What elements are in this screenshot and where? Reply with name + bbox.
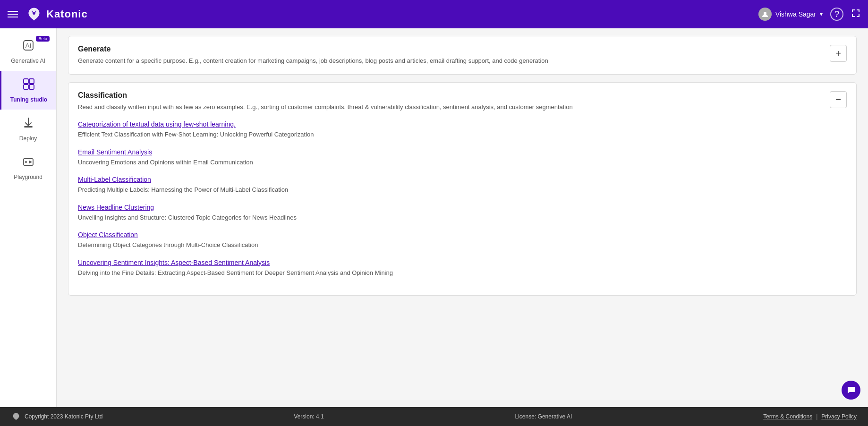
sidebar-item-tuning-studio[interactable]: Tuning studio [0, 71, 56, 110]
sidebar: Beta AI Generative AI Tuning studio [0, 28, 57, 407]
multi-label-desc: Predicting Multiple Labels: Harnessing t… [78, 185, 847, 195]
footer: Copyright 2023 Katonic Pty Ltd Version: … [0, 407, 868, 426]
sidebar-label-tuning-studio: Tuning studio [10, 96, 47, 103]
categorization-desc: Efficient Text Classification with Few-S… [78, 130, 847, 139]
classification-card-title: Classification [78, 91, 573, 100]
news-headline-link[interactable]: News Headline Clustering [78, 204, 154, 211]
sidebar-label-generative-ai: Generative AI [11, 58, 45, 64]
multi-label-link[interactable]: Multi-Label Classification [78, 176, 151, 183]
logo: Katonic [26, 6, 88, 23]
license-text: License: Generative AI [515, 413, 572, 420]
email-sentiment-desc: Uncovering Emotions and Opinions within … [78, 158, 847, 167]
aspect-sentiment-desc: Delving into the Fine Details: Extractin… [78, 268, 847, 278]
sidebar-item-deploy[interactable]: Deploy [0, 110, 56, 148]
main-content: Generate Generate content for a specific… [57, 28, 868, 407]
nav-right: Vishwa Sagar ▾ ? [758, 8, 860, 21]
svg-rect-3 [852, 9, 853, 12]
svg-rect-13 [29, 79, 34, 84]
list-item: News Headline Clustering Unveiling Insig… [78, 203, 847, 222]
deploy-icon [22, 116, 35, 132]
generate-card-header: Generate Generate content for a specific… [68, 36, 856, 74]
generate-card-text: Generate Generate content for a specific… [78, 45, 548, 66]
classification-toggle-button[interactable]: − [830, 91, 847, 108]
svg-rect-15 [29, 85, 34, 89]
user-avatar [758, 8, 772, 21]
generative-ai-icon: AI [22, 39, 35, 55]
footer-logo-icon [11, 412, 21, 421]
svg-text:AI: AI [25, 42, 31, 49]
classification-card-body: Categorization of textual data using few… [68, 120, 856, 295]
copyright-text: Copyright 2023 Katonic Pty Ltd [25, 413, 102, 420]
terms-link[interactable]: Terms & Conditions [763, 413, 812, 420]
sidebar-item-generative-ai[interactable]: Beta AI Generative AI [0, 32, 56, 71]
footer-version: Version: 4.1 [294, 413, 323, 420]
classification-card-header: Classification Read and classify written… [68, 83, 856, 120]
categorization-link[interactable]: Categorization of textual data using few… [78, 120, 236, 128]
chevron-down-icon: ▾ [820, 11, 823, 17]
sidebar-item-playground[interactable]: Playground [0, 148, 56, 187]
list-item: Object Classification Determining Object… [78, 230, 847, 250]
list-item: Multi-Label Classification Predicting Mu… [78, 175, 847, 195]
sidebar-label-playground: Playground [14, 174, 43, 180]
classification-card-desc: Read and classify written input with as … [78, 102, 573, 112]
tuning-studio-icon [22, 77, 35, 94]
help-button[interactable]: ? [830, 8, 843, 21]
logo-text: Katonic [46, 8, 88, 20]
svg-rect-12 [24, 79, 28, 84]
aspect-sentiment-link[interactable]: Uncovering Sentiment Insights: Aspect-Ba… [78, 259, 270, 266]
svg-rect-7 [852, 14, 853, 17]
footer-license: License: Generative AI [515, 413, 572, 420]
generate-card: Generate Generate content for a specific… [68, 36, 857, 75]
email-sentiment-link[interactable]: Email Sentiment Analysis [78, 148, 152, 156]
version-text: Version: 4.1 [294, 413, 323, 420]
generate-toggle-button[interactable]: + [830, 45, 847, 62]
sidebar-label-deploy: Deploy [19, 135, 37, 142]
list-item: Categorization of textual data using few… [78, 120, 847, 139]
playground-icon [22, 155, 35, 171]
footer-divider: | [816, 413, 817, 420]
logo-icon [26, 6, 43, 23]
svg-rect-14 [24, 85, 28, 89]
classification-card-text: Classification Read and classify written… [78, 91, 573, 112]
classification-card: Classification Read and classify written… [68, 82, 857, 296]
privacy-link[interactable]: Privacy Policy [821, 413, 857, 420]
svg-point-0 [33, 12, 35, 15]
top-navigation: Katonic Vishwa Sagar ▾ ? [0, 0, 868, 28]
hamburger-menu[interactable] [8, 11, 18, 17]
fullscreen-button[interactable] [851, 9, 860, 20]
svg-rect-5 [859, 9, 859, 12]
nav-left: Katonic [8, 6, 88, 23]
beta-badge: Beta [36, 36, 50, 42]
footer-links: Terms & Conditions | Privacy Policy [763, 413, 857, 420]
object-classification-desc: Determining Object Categories through Mu… [78, 240, 847, 250]
generate-card-title: Generate [78, 45, 548, 53]
footer-copyright: Copyright 2023 Katonic Pty Ltd [11, 412, 102, 421]
svg-rect-16 [24, 126, 33, 128]
generate-card-desc: Generate content for a specific purpose.… [78, 56, 548, 66]
object-classification-link[interactable]: Object Classification [78, 231, 138, 239]
user-menu-button[interactable]: Vishwa Sagar ▾ [758, 8, 823, 21]
svg-point-18 [25, 161, 27, 163]
list-item: Email Sentiment Analysis Uncovering Emot… [78, 148, 847, 167]
svg-rect-9 [859, 14, 859, 17]
user-name-label: Vishwa Sagar [775, 10, 816, 18]
chat-bubble-button[interactable] [842, 381, 860, 400]
news-headline-desc: Unveiling Insights and Structure: Cluste… [78, 213, 847, 222]
list-item: Uncovering Sentiment Insights: Aspect-Ba… [78, 258, 847, 278]
